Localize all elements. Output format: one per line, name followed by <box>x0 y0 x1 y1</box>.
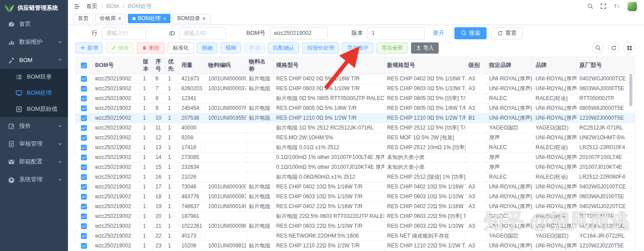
table-search-button[interactable] <box>592 42 604 54</box>
version-input[interactable] <box>368 27 425 39</box>
chevron-down-icon <box>56 124 64 128</box>
fullscreen-icon[interactable] <box>600 3 606 9</box>
tab-price-library[interactable]: 价格库× <box>95 14 126 23</box>
row-checkbox[interactable] <box>81 115 87 121</box>
row-checkbox[interactable] <box>81 105 87 111</box>
table-columns-button[interactable] <box>623 42 635 54</box>
table-row[interactable]: wzc250219002113117416贴片电阻 0.01Ω ±1% 2512… <box>76 142 636 152</box>
column-header[interactable]: 版本 <box>140 57 153 74</box>
table-row[interactable]: wzc25021900211219208RES:MO:2W:1OHM:5%RES… <box>76 133 636 142</box>
global-search-icon[interactable] <box>587 3 593 9</box>
fuzzy-button[interactable]: 模糊 <box>220 42 241 54</box>
row-checkbox[interactable] <box>81 86 87 92</box>
record-id-input[interactable] <box>179 27 226 39</box>
bom-no-input[interactable] <box>270 27 327 39</box>
sidebar-item-bom[interactable]: BOM <box>0 51 68 69</box>
sidebar-item-bom-catalog[interactable]: BOM目录 <box>0 69 68 85</box>
row-checkbox[interactable] <box>81 135 87 141</box>
sidebar-item-mail-config[interactable]: 邮箱配置 <box>0 153 68 171</box>
table-row[interactable]: wzc250219002121110222611001UNI000098贴片电阻… <box>76 221 636 231</box>
search-form: 行IDBOM号版本展开搜索重置 <box>75 27 635 39</box>
row-checkbox[interactable] <box>81 145 87 151</box>
table-row[interactable]: wzc25021900211412730850.1Ω/100mΩ 1% othe… <box>76 152 636 162</box>
table-row[interactable]: wzc250219002116121026贴片电阻 0.06Ω/60mΩ ±1%… <box>76 172 636 182</box>
column-header[interactable]: 级别 <box>466 57 486 74</box>
transfer-quote-button[interactable]: 转报价处理 <box>302 42 339 54</box>
table-row[interactable]: wzc25021900211512326340.1Ω/100mΩ 5% othe… <box>76 162 636 172</box>
table-row[interactable]: wzc25021900211917486371001UNI000149贴片电阻R… <box>76 201 636 211</box>
reset-button[interactable]: 重置 <box>491 27 523 39</box>
avatar[interactable] <box>627 2 637 11</box>
sidebar-item-audit-management[interactable]: 审核管理 <box>0 135 68 153</box>
table-row[interactable]: wzc25021900211012075381001UNI003555贴片电阻R… <box>76 113 636 123</box>
import-button[interactable]: 导入 <box>411 42 439 54</box>
export-selected-button[interactable]: 导出选中 <box>342 42 373 54</box>
column-header[interactable]: 序号 <box>153 57 165 74</box>
column-header[interactable]: 规格型号 <box>273 57 384 74</box>
table-scrollbar-thumb[interactable] <box>629 74 632 106</box>
column-header[interactable]: 物料编码 <box>205 57 246 74</box>
sidebar-item-system-management[interactable]: 系统管理 <box>0 171 68 188</box>
table-row[interactable]: wzc2502190021231102061001UNI009811贴片电阻RE… <box>76 241 636 251</box>
table-row[interactable]: wzc250219002122140173RES:NETWORK:22OHM:5… <box>76 231 636 241</box>
row-checkbox[interactable] <box>81 164 87 170</box>
expand-link[interactable]: 展开 <box>433 29 445 37</box>
row-checkbox[interactable] <box>81 125 87 131</box>
row-checkbox[interactable] <box>81 243 87 249</box>
export-all-button[interactable]: 导出全部 <box>377 42 408 54</box>
row-input[interactable] <box>102 27 147 39</box>
column-header[interactable]: 用量 <box>178 57 205 74</box>
delete-button[interactable]: 删除 <box>137 42 165 54</box>
sidebar-item-data-maintenance[interactable]: 数据维护 <box>0 33 68 51</box>
sidebar-item-bom-original[interactable]: BOM原始值 <box>0 101 68 117</box>
tab-home[interactable]: 首页 <box>73 14 93 23</box>
row-checkbox[interactable] <box>81 213 87 219</box>
manual-button[interactable]: 手动 <box>244 42 265 54</box>
table-row[interactable]: wzc2502190021201187981贴片电阻 22Ω 5% 0603 R… <box>76 211 636 221</box>
breadcrumb-item[interactable]: 首页 <box>86 3 97 10</box>
row-checkbox[interactable] <box>81 76 87 82</box>
add-button[interactable]: 新增 <box>75 42 103 54</box>
close-icon[interactable]: × <box>203 16 206 21</box>
upload-icon <box>416 45 421 50</box>
sidebar-item-home[interactable]: 首页 <box>0 15 68 33</box>
table-row[interactable]: wzc2502190021614218731001UNI000009贴片电阻RE… <box>76 74 636 84</box>
close-icon[interactable]: × <box>163 16 166 21</box>
search-button[interactable]: 搜索 <box>454 27 487 39</box>
table-refresh-button[interactable] <box>608 42 619 54</box>
row-checkbox[interactable] <box>81 174 87 180</box>
column-header[interactable]: 物料名称 <box>246 57 273 74</box>
row-checkbox[interactable] <box>81 223 87 229</box>
tab-bom-catalog[interactable]: BOM目录× <box>173 14 210 23</box>
exact-button[interactable]: 精确 <box>197 42 217 54</box>
column-header[interactable]: 新规格型号 <box>384 57 466 74</box>
row-checkbox[interactable] <box>81 233 87 239</box>
select-all-checkbox[interactable] <box>81 63 87 68</box>
column-header[interactable]: 优先 <box>165 57 178 74</box>
row-checkbox[interactable] <box>81 184 87 190</box>
table-row[interactable]: wzc2502190021912454541001UNI000076贴片电阻RE… <box>76 103 636 113</box>
row-checkbox[interactable] <box>81 96 87 101</box>
column-header[interactable]: 原厂型号 <box>576 57 636 74</box>
font-size-icon[interactable]: TT <box>613 3 621 9</box>
match-confirm-button[interactable]: 匹配确认 <box>268 42 299 54</box>
sidebar-toggle-hamburger-icon[interactable] <box>73 3 81 10</box>
table-row[interactable]: wzc25021900217182602031001UNI000037贴片电阻R… <box>76 84 636 93</box>
column-header[interactable]: 指定品牌 <box>486 57 533 74</box>
close-icon[interactable]: × <box>118 16 121 21</box>
table-row[interactable]: wzc25021900218112341贴片电阻 0Ω 5% 0805 RTT0… <box>76 93 636 103</box>
row-checkbox[interactable] <box>81 155 87 160</box>
column-header[interactable]: 品牌 <box>533 57 576 74</box>
row-checkbox[interactable] <box>81 204 87 209</box>
sidebar-item-bom-process[interactable]: BOM处理 <box>0 85 68 101</box>
column-header[interactable]: BOM号 <box>92 57 140 74</box>
table-row[interactable]: wzc250219002111140000贴片电阻 1Ω 5% 2512 RC2… <box>76 123 636 133</box>
breadcrumb-item[interactable]: BOM <box>106 3 119 9</box>
tab-bom-process[interactable]: BOM处理× <box>128 14 170 23</box>
table-row[interactable]: wzc2502190021171730461001UNI000300贴片电阻RE… <box>76 182 636 192</box>
edit-button[interactable]: 修改 <box>106 42 134 54</box>
row-checkbox[interactable] <box>81 194 87 200</box>
table-row[interactable]: wzc25021900211814637761001UNI000097贴片电阻R… <box>76 192 636 201</box>
standardize-button[interactable]: 标准化 <box>168 42 194 54</box>
sidebar-item-quotation[interactable]: 报价 <box>0 117 68 135</box>
